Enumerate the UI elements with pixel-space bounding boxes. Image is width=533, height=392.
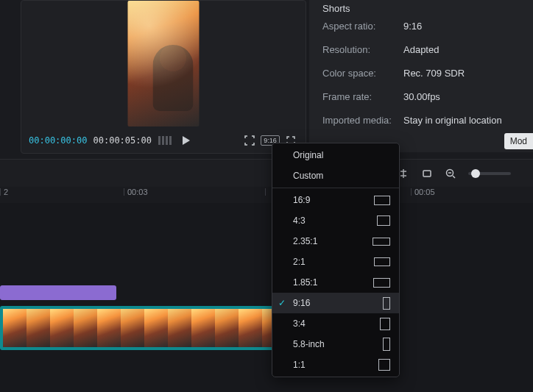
aspect-option-label: 2.35:1 <box>293 236 317 246</box>
info-label: Aspect ratio: <box>322 21 403 32</box>
timeline-toolbar <box>0 159 533 188</box>
aspect-option-5-8-inch[interactable]: ✓5.8-inch <box>272 334 399 354</box>
clip-thumbnail <box>74 309 97 347</box>
info-row: Aspect ratio:9:16 <box>322 14 533 38</box>
aspect-shape-icon <box>380 318 390 330</box>
aspect-option-9-16[interactable]: ✓9:16 <box>272 293 399 313</box>
total-timecode: 00:00:05:00 <box>93 135 151 146</box>
clip-thumbnail <box>27 309 50 347</box>
project-path-partial: Shorts <box>322 0 533 14</box>
aspect-option-original[interactable]: ✓Original <box>272 145 399 165</box>
aspect-option-label: 1:1 <box>293 360 306 370</box>
clip-thumbnail <box>50 309 74 347</box>
info-row: Resolution:Adapted <box>322 38 533 61</box>
aspect-option-2-1[interactable]: ✓2:1 <box>272 252 399 272</box>
clip-thumbnail <box>168 309 191 347</box>
aspect-option-16-9[interactable]: ✓16:9 <box>272 190 399 210</box>
timeline-ruler[interactable]: 200:0300:05 <box>0 187 533 203</box>
play-button[interactable] <box>178 133 193 148</box>
aspect-option-label: 16:9 <box>293 195 310 205</box>
overlay-clip[interactable] <box>0 285 116 300</box>
aspect-option-4-3[interactable]: ✓4:3 <box>272 210 399 231</box>
aspect-option-label: 4:3 <box>293 215 306 226</box>
compare-view-button[interactable] <box>158 133 172 148</box>
aspect-option-2-35-1[interactable]: ✓2.35:1 <box>272 231 399 252</box>
clip-thumbnail <box>3 309 27 347</box>
preview-panel: 00:00:00:00 00:00:05:00 9:16 <box>21 0 306 154</box>
info-row: Frame rate:30.00fps <box>322 85 533 108</box>
info-label: Frame rate: <box>322 91 403 102</box>
aspect-option-label: 2:1 <box>293 257 306 267</box>
overlay-track <box>0 285 533 300</box>
modify-button[interactable]: Mod <box>504 133 533 149</box>
timeline-tracks <box>0 203 533 392</box>
clip-thumbnail <box>121 309 144 347</box>
ruler-tick: 00:03 <box>124 188 148 196</box>
aspect-option-label: 5.8-inch <box>293 339 325 349</box>
aspect-ratio-menu: ✓Original✓Custom✓16:9✓4:3✓2.35:1✓2:1✓1.8… <box>272 143 400 377</box>
aspect-shape-icon <box>377 215 390 226</box>
aspect-option-3-4[interactable]: ✓3:4 <box>272 313 399 334</box>
menu-separator <box>272 188 399 188</box>
zoom-slider[interactable] <box>468 172 511 175</box>
aspect-option-label: 3:4 <box>293 318 306 329</box>
info-value: Rec. 709 SDR <box>403 68 465 79</box>
aspect-shape-icon <box>383 297 390 310</box>
info-value: Adapted <box>403 44 439 55</box>
clip-thumbnail <box>144 309 168 347</box>
info-label: Color space: <box>322 68 403 79</box>
ruler-tick <box>265 188 269 196</box>
info-label: Resolution: <box>322 44 403 55</box>
aspect-shape-icon <box>374 196 390 205</box>
aspect-option-label: 1.85:1 <box>293 277 317 288</box>
check-icon: ✓ <box>278 298 286 308</box>
info-value: 30.00fps <box>403 91 440 102</box>
aspect-option-label: 9:16 <box>293 298 310 308</box>
svg-rect-0 <box>423 171 431 177</box>
info-row: Imported media:Stay in original location <box>322 108 533 132</box>
info-value: 9:16 <box>403 21 422 32</box>
aspect-option-1-85-1[interactable]: ✓1.85:1 <box>272 272 399 293</box>
preview-transport-bar: 00:00:00:00 00:00:05:00 9:16 <box>29 132 298 149</box>
video-track <box>0 306 533 350</box>
aspect-shape-icon <box>373 278 390 288</box>
zoom-slider-knob[interactable] <box>471 169 480 178</box>
info-row: Color space:Rec. 709 SDR <box>322 61 533 85</box>
marker-button[interactable] <box>421 168 433 179</box>
clip-thumbnail <box>239 309 262 347</box>
info-value: Stay in original location <box>403 115 502 126</box>
preview-viewport[interactable] <box>128 1 200 126</box>
clip-thumbnail <box>97 309 121 347</box>
aspect-shape-icon <box>383 338 390 351</box>
ruler-tick: 2 <box>0 188 8 196</box>
aspect-shape-icon <box>374 257 390 266</box>
aspect-option-custom[interactable]: ✓Custom <box>272 165 399 186</box>
info-label: Imported media: <box>322 115 403 126</box>
aspect-shape-icon <box>378 359 390 371</box>
focus-frame-button[interactable] <box>242 133 257 148</box>
current-timecode: 00:00:00:00 <box>29 135 87 146</box>
aspect-option-1-1[interactable]: ✓1:1 <box>272 354 399 375</box>
ruler-tick: 00:05 <box>411 188 435 196</box>
clip-thumbnail <box>215 309 239 347</box>
clip-thumbnail <box>191 309 215 347</box>
aspect-shape-icon <box>373 238 390 246</box>
project-info-panel: Shorts Aspect ratio:9:16Resolution:Adapt… <box>309 0 533 152</box>
zoom-out-button[interactable] <box>445 168 456 179</box>
